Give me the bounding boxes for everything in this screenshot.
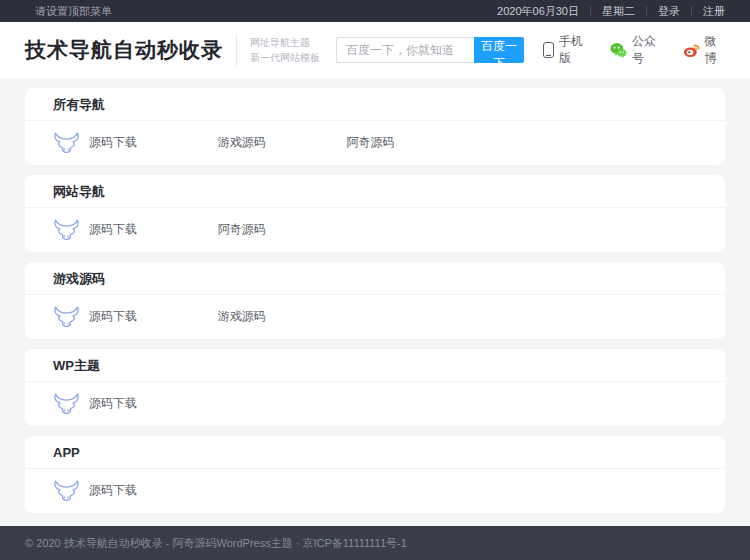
header-links: 手机版 公众号 微博 [524,33,725,67]
nav-link-label: 源码下载 [89,308,137,325]
phone-icon [543,42,554,58]
weibo-icon [683,42,700,58]
divider [590,6,591,16]
page-footer: © 2020 技术导航自动秒收录 - 阿奇源码WordPress主题 · 京IC… [0,526,750,560]
bull-solid-icon [182,219,209,241]
site-header: 技术导航自动秒收录 网址导航主题 新一代网站模板 百度一下 手机版 公众号 [0,22,750,78]
nav-link[interactable]: 源码下载 [53,306,182,328]
nav-link-label: 阿奇源码 [347,134,395,151]
nav-link[interactable]: 源码下载 [53,219,182,241]
nav-link[interactable]: 源码下载 [53,480,182,502]
search-button[interactable]: 百度一下 [474,37,524,63]
topbar: 请设置顶部菜单 2020年06月30日 星期二 登录 注册 [0,0,750,22]
copyright-text: © 2020 技术导航自动秒收录 - 阿奇源码WordPress主题 · 京IC… [25,537,407,549]
register-link[interactable]: 注册 [703,4,725,19]
section-items: 源码下载 阿奇源码 [25,208,725,251]
nav-section: WP主题 源码下载 [25,349,725,426]
nav-link[interactable]: 阿奇源码 [182,219,311,241]
tagline-line1: 网址导航主题 [250,35,320,51]
topbar-date: 2020年06月30日 [497,4,579,19]
nav-link-label: 游戏源码 [218,308,266,325]
section-items: 源码下载 游戏源码 [25,121,725,164]
nav-section: 所有导航 源码下载 游戏源码 [25,88,725,165]
topbar-right-menu: 2020年06月30日 星期二 登录 注册 [497,4,725,19]
site-title[interactable]: 技术导航自动秒收录 [25,36,223,64]
tagline-line2: 新一代网站模板 [250,50,320,66]
section-title: 网站导航 [25,175,725,208]
divider [646,6,647,16]
nav-section: APP 源码下载 [25,436,725,513]
divider [691,6,692,16]
bull-outline-icon [53,132,80,154]
site-tagline: 网址导航主题 新一代网站模板 [236,35,320,66]
bull-outline-icon [53,306,80,328]
bull-solid-icon [311,132,338,154]
wechat-link[interactable]: 公众号 [610,33,664,67]
section-items: 源码下载 游戏源码 [25,295,725,338]
section-title: APP [25,436,725,469]
search-input[interactable] [336,37,474,63]
nav-link[interactable]: 阿奇源码 [311,132,440,154]
nav-link-label: 游戏源码 [218,134,266,151]
nav-link[interactable]: 游戏源码 [182,132,311,154]
nav-link-label: 源码下载 [89,221,137,238]
bull-solid-icon [182,306,209,328]
bull-outline-icon [53,219,80,241]
nav-link-label: 源码下载 [89,395,137,412]
nav-link[interactable]: 源码下载 [53,132,182,154]
bull-outline-icon [53,393,80,415]
nav-section: 网站导航 源码下载 阿奇源码 [25,175,725,252]
section-items: 源码下载 [25,469,725,512]
weibo-link[interactable]: 微博 [683,33,725,67]
nav-link-label: 源码下载 [89,482,137,499]
search-bar: 百度一下 [336,37,524,63]
topbar-menu-hint: 请设置顶部菜单 [35,4,112,19]
phone-link[interactable]: 手机版 [543,33,591,67]
nav-section: 游戏源码 源码下载 游戏源码 [25,262,725,339]
nav-sections-area: 所有导航 源码下载 游戏源码 [0,78,750,526]
section-title: 游戏源码 [25,262,725,295]
bull-outline-icon [53,480,80,502]
section-title: 所有导航 [25,88,725,121]
section-title: WP主题 [25,349,725,382]
login-link[interactable]: 登录 [658,4,680,19]
section-items: 源码下载 [25,382,725,425]
nav-link[interactable]: 源码下载 [53,393,182,415]
wechat-icon [610,42,627,58]
nav-link-label: 源码下载 [89,134,137,151]
bull-solid-icon [182,132,209,154]
topbar-weekday: 星期二 [602,4,635,19]
nav-link[interactable]: 游戏源码 [182,306,311,328]
nav-link-label: 阿奇源码 [218,221,266,238]
